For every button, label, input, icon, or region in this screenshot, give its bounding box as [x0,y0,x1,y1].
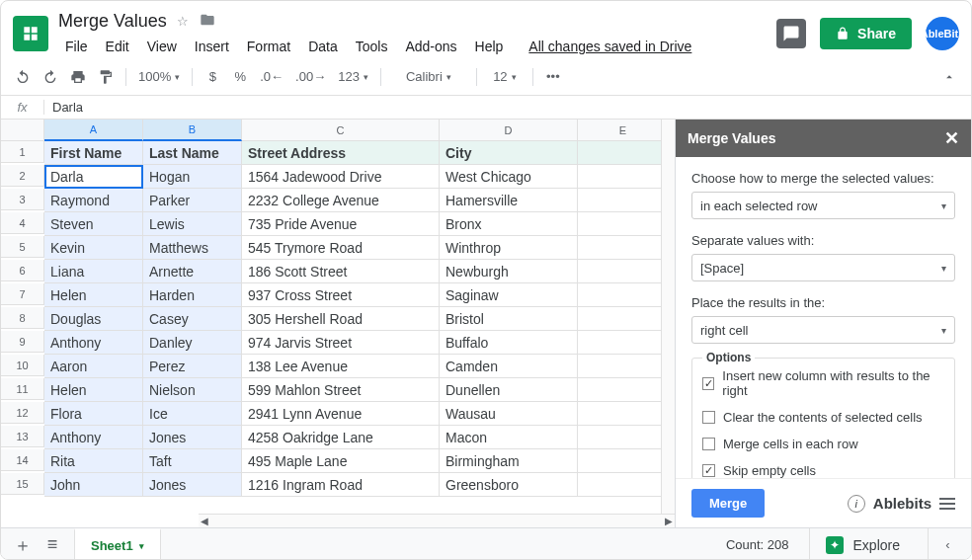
comments-button[interactable] [776,19,806,48]
row-header-3[interactable]: 3 [1,189,44,210]
choose-merge-select[interactable]: in each selected row [691,192,955,219]
column-header-E[interactable]: E [578,120,669,141]
cell[interactable]: 2941 Lynn Avenue [242,402,440,426]
cell[interactable]: Wausau [440,402,578,426]
row-header-1[interactable]: 1 [1,141,44,163]
cell[interactable]: Macon [440,426,578,449]
cell[interactable]: Hamersville [440,189,578,212]
share-button[interactable]: Share [820,18,912,49]
cell[interactable]: Birmingham [440,449,578,473]
cell[interactable]: 1216 Ingram Road [242,473,440,497]
cell[interactable]: Raymond [44,189,143,212]
cell[interactable]: Douglas [44,307,143,331]
cell[interactable]: Darla [44,165,143,189]
cell[interactable] [578,236,669,260]
merge-button[interactable]: Merge [691,489,765,518]
paint-format-button[interactable] [94,65,118,89]
row-header-6[interactable]: 6 [1,260,44,281]
cell[interactable]: Dunellen [440,378,578,402]
cell[interactable]: Hogan [143,165,242,189]
format-percent-button[interactable]: % [228,65,252,89]
sidebar-menu-button[interactable] [939,498,955,510]
cell[interactable]: Bristol [440,307,578,331]
menu-addons[interactable]: Add-ons [398,37,463,56]
cell[interactable]: Winthrop [440,236,578,260]
option-insert-column[interactable]: ✓Insert new column with results to the r… [702,368,944,398]
cell[interactable]: Casey [143,307,242,331]
column-header-C[interactable]: C [242,120,440,141]
star-icon[interactable]: ☆ [177,14,189,29]
sheets-app-icon[interactable] [13,16,48,51]
cell[interactable]: Steven [44,212,143,236]
cell[interactable]: 138 Lee Avenue [242,355,440,378]
row-header-13[interactable]: 13 [1,426,44,447]
undo-button[interactable] [11,65,35,89]
sheet-tab-1[interactable]: Sheet1 [74,528,161,560]
select-all-corner[interactable] [1,120,44,141]
row-header-9[interactable]: 9 [1,331,44,353]
cell[interactable] [578,165,669,189]
cell[interactable]: Flora [44,402,143,426]
document-title[interactable]: Merge Values [58,11,167,32]
cell[interactable] [578,331,669,355]
collapse-sidebar-button[interactable]: ‹ [928,528,967,560]
cell[interactable]: West Chicago [440,165,578,189]
account-avatar[interactable]: AbleBits [926,17,959,50]
cell[interactable]: Taft [143,449,242,473]
column-header-A[interactable]: A [44,120,143,141]
cell[interactable]: Newburgh [440,260,578,283]
cell[interactable]: Anthony [44,331,143,355]
cell[interactable]: 735 Pride Avenue [242,212,440,236]
row-header-2[interactable]: 2 [1,165,44,187]
option-clear-contents[interactable]: Clear the contents of selected cells [702,410,944,425]
save-status[interactable]: All changes saved in Drive [522,37,698,56]
row-header-14[interactable]: 14 [1,449,44,471]
cell[interactable]: 545 Trymore Road [242,236,440,260]
cell[interactable]: 599 Mahlon Street [242,378,440,402]
all-sheets-button[interactable]: ≡ [39,531,66,559]
redo-button[interactable] [39,65,62,89]
cell[interactable]: 305 Hershell Road [242,307,440,331]
cell[interactable]: 4258 Oakridge Lane [242,426,440,449]
option-skip-empty[interactable]: ✓Skip empty cells [702,463,944,478]
fx-label[interactable]: fx [1,100,44,115]
menu-edit[interactable]: Edit [99,37,136,56]
cell-header[interactable]: Street Address [242,141,440,165]
explore-button[interactable]: ✦ Explore [809,528,916,560]
menu-insert[interactable]: Insert [188,37,236,56]
cell[interactable]: Saginaw [440,283,578,307]
menu-help[interactable]: Help [468,37,511,56]
row-header-12[interactable]: 12 [1,402,44,424]
menu-tools[interactable]: Tools [349,37,395,56]
cell[interactable]: Ice [143,402,242,426]
horizontal-scrollbar[interactable]: ◀ ▶ [199,514,675,527]
cell[interactable] [578,260,669,283]
cell[interactable]: 2232 College Avenue [242,189,440,212]
cell[interactable] [578,473,669,497]
cell[interactable]: Kevin [44,236,143,260]
cell[interactable]: Helen [44,283,143,307]
cell[interactable]: 1564 Jadewood Drive [242,165,440,189]
cell[interactable]: Liana [44,260,143,283]
cell[interactable]: Parker [143,189,242,212]
separator-select[interactable]: [Space] [691,254,955,281]
scroll-right-icon[interactable]: ▶ [665,516,673,526]
menu-data[interactable]: Data [301,37,345,56]
cell[interactable]: Aaron [44,355,143,378]
cell-header[interactable] [578,141,669,165]
cell[interactable] [578,378,669,402]
menu-format[interactable]: Format [240,37,297,56]
cell[interactable]: Jones [143,473,242,497]
cell-header[interactable]: City [440,141,578,165]
format-currency-button[interactable]: $ [201,65,224,89]
formula-input[interactable]: Darla [44,100,971,115]
cell[interactable]: Rita [44,449,143,473]
spreadsheet-grid[interactable]: ABCDE1First NameLast NameStreet AddressC… [1,120,675,527]
zoom-select[interactable]: 100% [134,65,184,89]
cell[interactable]: Arnette [143,260,242,283]
vertical-scrollbar[interactable] [661,120,675,514]
menu-file[interactable]: File [58,37,95,56]
scroll-left-icon[interactable]: ◀ [201,516,208,526]
row-header-11[interactable]: 11 [1,378,44,400]
cell[interactable] [578,283,669,307]
